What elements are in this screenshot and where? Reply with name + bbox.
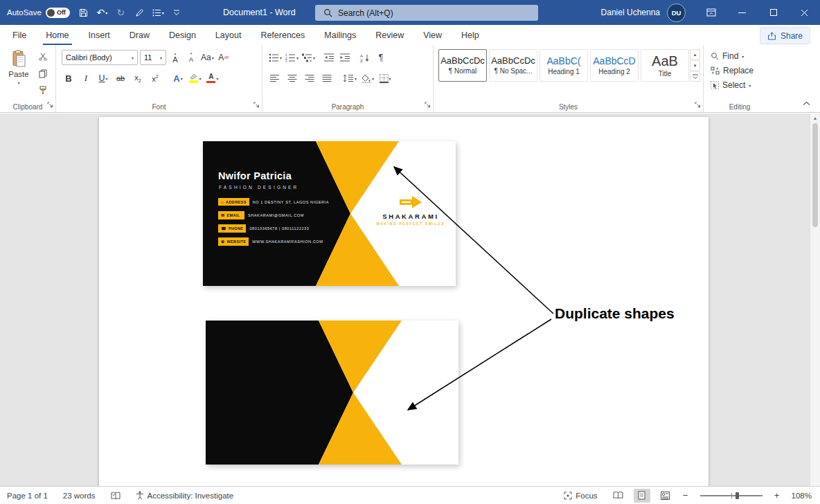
sort-button[interactable]: AZ <box>358 50 372 65</box>
style-heading-2[interactable]: AaBbCcD Heading 2 <box>590 49 639 82</box>
save-button[interactable] <box>74 2 93 23</box>
bullet-list-qat-button[interactable]: ▾ <box>149 2 168 23</box>
style-heading-1[interactable]: AaBbC( Heading 1 <box>540 49 588 82</box>
copy-icon <box>39 69 47 78</box>
multilevel-list-button[interactable]: ▾ <box>301 50 316 65</box>
web-layout-button[interactable] <box>657 489 674 503</box>
page[interactable]: Nwifor Patricia FASHION DESIGNER ⌂ADDRES… <box>99 117 708 486</box>
copy-button[interactable] <box>36 68 50 79</box>
customize-qat-button[interactable] <box>168 2 186 23</box>
styles-dialog-launcher[interactable] <box>695 100 701 110</box>
subscript-button[interactable]: x2 <box>131 71 145 86</box>
align-right-button[interactable] <box>303 71 317 86</box>
document-canvas[interactable]: Nwifor Patricia FASHION DESIGNER ⌂ADDRES… <box>0 114 820 486</box>
proofing-status[interactable] <box>111 492 121 500</box>
tab-mailings[interactable]: Mailings <box>314 25 366 45</box>
vertical-scrollbar[interactable]: ▲ <box>810 114 820 486</box>
zoom-out-button[interactable]: − <box>681 490 690 501</box>
clipboard-dialog-launcher[interactable] <box>47 100 53 110</box>
read-mode-button[interactable] <box>610 489 627 503</box>
styles-scroll-up-button[interactable]: ▴ <box>690 49 700 60</box>
share-button[interactable]: Share <box>760 27 810 44</box>
style-title[interactable]: AaB Title <box>641 49 689 82</box>
ribbon-display-options-button[interactable] <box>695 0 727 25</box>
increase-indent-button[interactable] <box>338 50 352 65</box>
redo-button[interactable]: ↻ <box>112 2 130 23</box>
tab-insert[interactable]: Insert <box>79 25 120 45</box>
change-case-button[interactable]: Aa▾ <box>200 50 215 65</box>
user-name[interactable]: Daniel Uchenna <box>601 8 660 17</box>
style-normal[interactable]: AaBbCcDc ¶ Normal <box>438 49 487 82</box>
show-formatting-marks-button[interactable]: ¶ <box>374 50 388 65</box>
search-box[interactable]: Search (Alt+Q) <box>315 5 538 21</box>
italic-button[interactable]: I <box>79 71 93 86</box>
scroll-up-icon[interactable]: ▲ <box>813 116 818 120</box>
annotation-arrows[interactable] <box>99 117 708 486</box>
align-left-icon <box>270 74 280 82</box>
minimize-button[interactable] <box>727 0 758 25</box>
borders-button[interactable]: ▾ <box>378 71 392 86</box>
zoom-slider-thumb[interactable] <box>736 492 739 499</box>
find-button[interactable]: Find▾ <box>711 51 754 61</box>
format-painter-button[interactable] <box>36 84 50 96</box>
tab-design[interactable]: Design <box>159 25 206 45</box>
underline-button[interactable]: U▾ <box>96 71 110 86</box>
zoom-in-button[interactable]: + <box>772 490 782 501</box>
align-center-button[interactable] <box>285 71 299 86</box>
close-button[interactable] <box>789 0 820 25</box>
tab-file[interactable]: File <box>3 25 36 45</box>
tab-draw[interactable]: Draw <box>120 25 159 45</box>
font-color-button[interactable]: A ▾ <box>206 71 220 86</box>
styles-more-button[interactable] <box>690 71 700 82</box>
print-layout-button[interactable] <box>634 489 650 503</box>
bullets-button[interactable]: ▾ <box>268 50 283 65</box>
grow-font-button[interactable]: ▴A <box>168 50 182 65</box>
avatar[interactable]: DU <box>667 3 686 22</box>
print-layout-icon <box>638 491 645 500</box>
scrollbar-thumb[interactable] <box>812 123 818 227</box>
shading-button[interactable]: ▾ <box>361 71 375 86</box>
autosave-pill[interactable]: Off <box>46 8 70 18</box>
superscript-button[interactable]: x2 <box>148 71 162 86</box>
page-indicator[interactable]: Page 1 of 1 <box>7 492 48 500</box>
cut-button[interactable] <box>36 51 50 62</box>
maximize-button[interactable] <box>758 0 789 25</box>
highlight-button[interactable]: ▾ <box>188 71 202 86</box>
styles-scroll-down-button[interactable]: ▾ <box>690 60 700 71</box>
autosave-toggle[interactable]: AutoSave Off <box>7 8 70 18</box>
justify-button[interactable] <box>320 71 334 86</box>
text-effects-button[interactable]: A▾ <box>171 71 185 86</box>
shrink-font-button[interactable]: ▾A <box>184 50 198 65</box>
word-count[interactable]: 23 words <box>63 492 96 500</box>
paragraph-dialog-launcher[interactable] <box>425 100 431 110</box>
undo-button[interactable]: ↶▾ <box>93 2 112 23</box>
tab-view[interactable]: View <box>413 25 452 45</box>
collapse-ribbon-button[interactable] <box>803 98 810 108</box>
font-size-combo[interactable]: 11 ▾ <box>140 50 166 65</box>
bold-button[interactable]: B <box>62 71 75 86</box>
accessibility-status[interactable]: Accessibility: Investigate <box>136 491 234 500</box>
grow-font-icon: ▴A <box>172 52 177 64</box>
numbering-button[interactable]: 123▾ <box>285 50 299 65</box>
tab-home[interactable]: Home <box>36 25 78 45</box>
paste-button[interactable]: Paste ▾ <box>6 50 32 101</box>
align-left-button[interactable] <box>268 71 282 86</box>
select-button[interactable]: Select▾ <box>711 80 754 90</box>
style-preview: AaBbC( <box>546 56 580 66</box>
strikethrough-button[interactable]: ab <box>114 71 127 86</box>
zoom-level[interactable]: 108% <box>792 492 812 500</box>
zoom-slider[interactable] <box>700 495 763 496</box>
line-spacing-button[interactable]: ▾ <box>342 71 357 86</box>
focus-button[interactable]: Focus <box>564 492 597 500</box>
style-no-spacing[interactable]: AaBbCcDc ¶ No Spac... <box>489 49 537 82</box>
font-dialog-launcher[interactable] <box>253 100 260 110</box>
replace-button[interactable]: Replace <box>711 66 754 75</box>
clear-formatting-button[interactable]: A <box>217 50 231 65</box>
decrease-indent-button[interactable] <box>322 50 336 65</box>
tab-references[interactable]: References <box>251 25 314 45</box>
font-name-combo[interactable]: Calibri (Body) ▾ <box>62 50 138 65</box>
pen-input-button[interactable] <box>130 2 149 23</box>
tab-layout[interactable]: Layout <box>206 25 251 45</box>
tab-review[interactable]: Review <box>366 25 413 45</box>
tab-help[interactable]: Help <box>452 25 489 45</box>
